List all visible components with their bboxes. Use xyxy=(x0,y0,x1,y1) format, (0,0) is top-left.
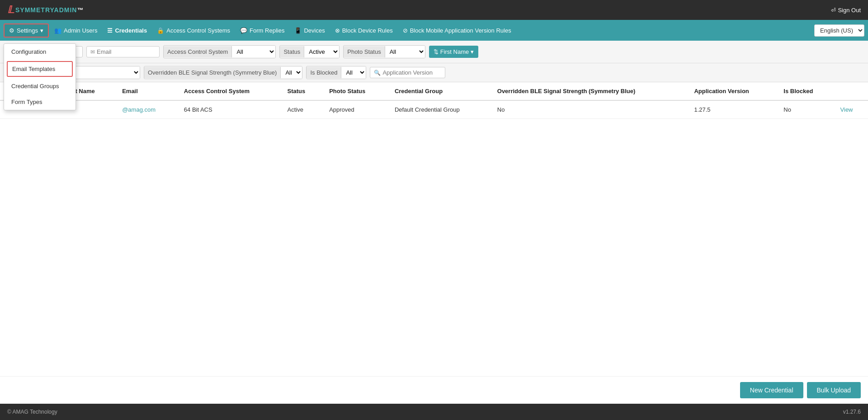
cell-is-blocked: No xyxy=(776,100,833,119)
col-status: Status xyxy=(280,82,322,100)
dropdown-item-configuration[interactable]: Configuration xyxy=(4,44,75,60)
app-version-search-icon: 🔍 xyxy=(374,70,381,76)
credentials-icon: ☰ xyxy=(107,27,113,34)
cell-acs: 64 Bit ACS xyxy=(177,100,280,119)
email-filter: ✉ xyxy=(86,46,160,57)
col-ble: Overridden BLE Signal Strength (Symmetry… xyxy=(490,82,687,100)
nav-item-credentials[interactable]: ☰ Credentials xyxy=(103,24,151,37)
col-app-version: Application Version xyxy=(687,82,776,100)
sort-button[interactable]: ⇅ First Name ▾ xyxy=(429,46,479,58)
photo-status-filter-select[interactable]: All Approved Pending xyxy=(385,46,425,58)
nav-item-form-replies[interactable]: 💬 Form Replies xyxy=(236,24,289,37)
cell-photo-status: Approved xyxy=(322,100,387,119)
main-content: 🔍 ✉ Access Control System All 64 Bit ACS… xyxy=(0,41,868,404)
cell-email[interactable]: @amag.com xyxy=(115,100,177,119)
app-version-filter: 🔍 xyxy=(370,67,445,78)
bulk-upload-button[interactable]: Bulk Upload xyxy=(807,382,861,398)
nav-bar: ⚙ Settings ▾ Configuration Email Templat… xyxy=(0,20,868,41)
top-bar: 𝕃 SYMMETRYADMIN™ ⏎ Sign Out xyxy=(0,0,868,20)
logo-icon: 𝕃 xyxy=(7,4,14,16)
settings-nav-item[interactable]: ⚙ Settings ▾ xyxy=(4,24,49,38)
col-is-blocked: Is Blocked xyxy=(776,82,833,100)
cell-app-version: 1.27.5 xyxy=(687,100,776,119)
block-device-icon: ⊗ xyxy=(335,27,340,34)
block-mobile-icon: ⊘ xyxy=(403,27,408,34)
new-credential-button[interactable]: New Credential xyxy=(740,382,803,398)
filter-row-1: 🔍 ✉ Access Control System All 64 Bit ACS… xyxy=(0,41,868,63)
col-credential-group: Credential Group xyxy=(387,82,490,100)
cell-credential-group: Default Credential Group xyxy=(387,100,490,119)
admin-users-icon: 👥 xyxy=(54,27,61,34)
nav-item-block-device-rules[interactable]: ⊗ Block Device Rules xyxy=(330,24,397,37)
credentials-table: First Name Last Name Email Access Contro… xyxy=(0,82,868,119)
language-select[interactable]: English (US) French Spanish xyxy=(814,24,864,37)
is-blocked-filter-select[interactable]: All Yes No xyxy=(341,66,366,79)
nav-item-access-control-systems[interactable]: 🔒 Access Control Systems xyxy=(152,24,235,37)
cell-status: Active xyxy=(280,100,322,119)
col-photo-status: Photo Status xyxy=(322,82,387,100)
copyright-text: © AMAG Technology xyxy=(7,409,57,415)
nav-item-admin-users[interactable]: 👥 Admin Users xyxy=(50,24,102,37)
settings-dropdown-wrapper: ⚙ Settings ▾ Configuration Email Templat… xyxy=(4,24,49,38)
cell-view-action[interactable]: View xyxy=(833,100,868,119)
devices-icon: 📱 xyxy=(294,27,302,34)
credentials-table-wrapper: First Name Last Name Email Access Contro… xyxy=(0,82,868,376)
ble-filter-select[interactable]: All xyxy=(281,66,302,79)
photo-status-filter-group: Photo Status All Approved Pending xyxy=(343,45,425,58)
sort-caret-icon: ▾ xyxy=(471,48,474,55)
email-input[interactable] xyxy=(97,48,156,55)
ble-filter-label: Overridden BLE Signal Strength (Symmetry… xyxy=(144,67,281,78)
logo-text: SYMMETRYADMIN™ xyxy=(15,6,84,14)
gear-icon: ⚙ xyxy=(9,27,14,34)
filter-row-2: Credential Group All Default Credential … xyxy=(0,63,868,82)
email-icon: ✉ xyxy=(90,49,95,55)
sort-icon: ⇅ xyxy=(434,48,439,55)
col-action xyxy=(833,82,868,100)
form-replies-icon: 💬 xyxy=(240,27,247,34)
caret-down-icon: ▾ xyxy=(40,27,43,34)
status-filter-select[interactable]: All Active Inactive xyxy=(304,46,339,58)
dropdown-item-email-templates[interactable]: Email Templates xyxy=(7,61,73,77)
app-version-input[interactable] xyxy=(382,69,441,76)
table-header-row: First Name Last Name Email Access Contro… xyxy=(0,82,868,100)
version-text: v1.27.6 xyxy=(843,409,861,415)
acs-filter-label: Access Control System xyxy=(164,46,232,57)
nav-item-block-mobile-app-rules[interactable]: ⊘ Block Mobile Application Version Rules xyxy=(398,24,516,37)
sign-out-button[interactable]: ⏎ Sign Out xyxy=(831,7,861,14)
status-filter-group: Status All Active Inactive xyxy=(279,45,340,58)
logo: 𝕃 SYMMETRYADMIN™ xyxy=(7,4,84,16)
cell-ble: No xyxy=(490,100,687,119)
photo-status-filter-label: Photo Status xyxy=(344,46,385,57)
status-filter-label: Status xyxy=(280,46,304,57)
ble-filter-group: Overridden BLE Signal Strength (Symmetry… xyxy=(144,66,302,79)
is-blocked-filter-label: Is Blocked xyxy=(307,67,341,78)
is-blocked-filter-group: Is Blocked All Yes No xyxy=(306,66,366,79)
nav-left: ⚙ Settings ▾ Configuration Email Templat… xyxy=(4,24,516,38)
col-email: Email xyxy=(115,82,177,100)
sign-out-icon: ⏎ xyxy=(831,7,836,14)
settings-dropdown-menu: Configuration Email Templates Credential… xyxy=(4,43,76,110)
action-row: New Credential Bulk Upload xyxy=(0,376,868,404)
acs-filter-group: Access Control System All 64 Bit ACS Oth… xyxy=(163,45,276,58)
acs-filter-select[interactable]: All 64 Bit ACS Other xyxy=(232,46,275,58)
nav-item-devices[interactable]: 📱 Devices xyxy=(290,24,329,37)
language-selector[interactable]: English (US) French Spanish xyxy=(814,24,864,37)
dropdown-item-credential-groups[interactable]: Credential Groups xyxy=(4,78,75,94)
footer-bar: © AMAG Technology v1.27.6 xyxy=(0,404,868,420)
col-acs: Access Control System xyxy=(177,82,280,100)
table-row: @amag.com 64 Bit ACS Active Approved Def… xyxy=(0,100,868,119)
dropdown-item-form-types[interactable]: Form Types xyxy=(4,94,75,110)
acs-icon: 🔒 xyxy=(157,27,164,34)
